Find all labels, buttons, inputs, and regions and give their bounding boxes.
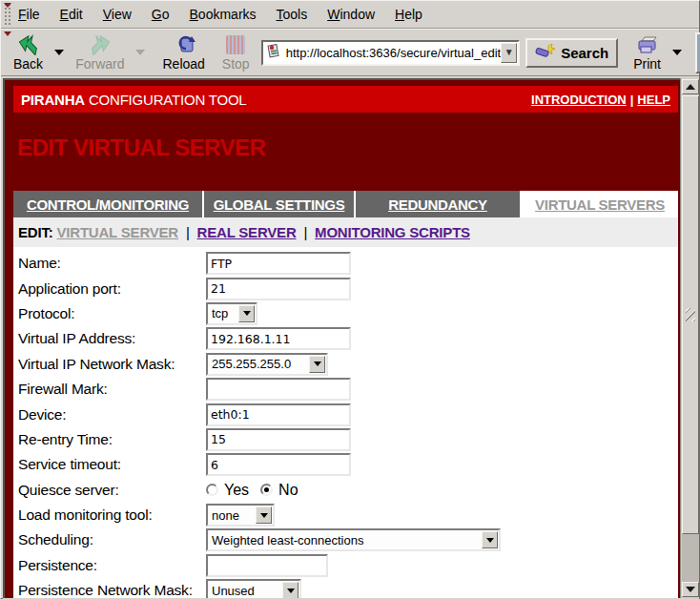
menu-file[interactable]: File: [16, 4, 42, 25]
re-entry-time-input[interactable]: [206, 428, 351, 451]
piranha-brand: PIRANHA CONFIGURATION TOOL: [21, 92, 247, 108]
navigation-toolbar: Back Forward Reload Stop http://localhos…: [1, 29, 699, 76]
print-dropdown-arrow[interactable]: [672, 50, 682, 55]
print-button[interactable]: Print: [628, 31, 667, 74]
menu-help[interactable]: Help: [393, 4, 424, 25]
field-protocol: Protocol: tcp: [13, 301, 678, 326]
virtual-ip-address-input[interactable]: [206, 327, 351, 350]
load-monitoring-tool-select-arrow-icon[interactable]: [256, 506, 272, 524]
field-service-timeout: Service timeout:: [13, 452, 678, 477]
subnav-real-server-link[interactable]: REAL SERVER: [197, 224, 297, 240]
application-port-input[interactable]: [206, 278, 351, 300]
page-viewport: PIRANHA CONFIGURATION TOOL INTRODUCTION|…: [3, 78, 680, 598]
forward-dropdown-arrow[interactable]: [135, 50, 145, 55]
back-icon: [17, 34, 40, 55]
load-monitoring-tool-select[interactable]: none: [206, 504, 275, 527]
back-dropdown-arrow[interactable]: [54, 50, 64, 55]
print-icon: [635, 34, 660, 55]
field-device: Device:: [13, 402, 678, 426]
menu-view[interactable]: View: [101, 4, 134, 25]
tab-bar: CONTROL/MONITORING GLOBAL SETTINGS REDUN…: [13, 191, 678, 217]
scrollbar-trough[interactable]: [682, 534, 699, 582]
edit-subnav: EDIT: VIRTUAL SERVER | REAL SERVER | MON…: [13, 217, 678, 247]
persistence-input[interactable]: [206, 554, 328, 577]
field-persistence-network-mask: Persistence Network Mask: Unused: [13, 578, 678, 598]
persistence-network-mask-select-arrow-icon[interactable]: [282, 582, 299, 598]
tab-global-settings[interactable]: GLOBAL SETTINGS: [204, 191, 354, 217]
mozilla-logo[interactable]: m: [695, 32, 700, 73]
protocol-select-arrow-icon[interactable]: [238, 305, 255, 322]
piranha-header: PIRANHA CONFIGURATION TOOL INTRODUCTION|…: [13, 86, 678, 113]
tab-redundancy[interactable]: REDUNDANCY: [356, 191, 520, 217]
scroll-up-arrow-icon: [686, 84, 695, 90]
stop-button[interactable]: Stop: [216, 31, 256, 74]
field-application-port: Application port:: [13, 276, 678, 300]
protocol-select[interactable]: tcp: [206, 302, 257, 325]
menu-bar: File Edit View Go Bookmarks Tools Window…: [1, 1, 699, 29]
tab-virtual-servers[interactable]: VIRTUAL SERVERS: [522, 191, 678, 217]
name-input[interactable]: [206, 252, 351, 275]
field-load-monitoring-tool: Load monitoring tool: none: [13, 503, 678, 527]
vertical-scrollbar[interactable]: [680, 78, 699, 598]
menu-edit[interactable]: Edit: [58, 4, 85, 25]
toolbar-grippy[interactable]: [4, 3, 12, 26]
scroll-down-arrow-icon: [686, 587, 695, 592]
url-text[interactable]: http://localhost:3636/secure/virtual_edi…: [286, 46, 501, 60]
subnav-monitoring-scripts-link[interactable]: MONITORING SCRIPTS: [315, 224, 470, 240]
virtual-server-form: Name: Application port: Protocol: tcp Vi…: [13, 247, 678, 598]
virtual-ip-network-mask-select[interactable]: 255.255.255.0: [206, 353, 328, 376]
scrollbar-thumb[interactable]: [682, 95, 699, 534]
field-persistence: Persistence:: [13, 553, 678, 578]
search-button[interactable]: Search: [525, 38, 618, 68]
help-link[interactable]: HELP: [637, 93, 670, 107]
scroll-up-button[interactable]: [682, 79, 699, 94]
persistence-network-mask-select[interactable]: Unused: [206, 579, 301, 598]
field-virtual-ip-address: Virtual IP Address:: [13, 326, 678, 351]
virtual-ip-network-mask-select-arrow-icon[interactable]: [309, 356, 325, 373]
field-re-entry-time: Re-entry Time:: [13, 427, 678, 452]
back-button[interactable]: Back: [8, 31, 49, 74]
field-virtual-ip-network-mask: Virtual IP Network Mask: 255.255.255.0: [13, 352, 678, 377]
scrollbar-grip-icon: [686, 308, 695, 321]
device-input[interactable]: [206, 403, 351, 426]
menu-tools[interactable]: Tools: [275, 4, 310, 25]
field-scheduling: Scheduling: Weighted least-connections: [13, 527, 678, 552]
page-title: EDIT VIRTUAL SERVER: [17, 134, 265, 161]
firewall-mark-input[interactable]: [206, 378, 351, 401]
field-firewall-mark: Firewall Mark:: [13, 377, 678, 402]
forward-icon: [89, 34, 112, 55]
scheduling-select-arrow-icon[interactable]: [482, 531, 498, 548]
menu-window[interactable]: Window: [325, 4, 377, 25]
quiesce-yes-radio[interactable]: [206, 484, 218, 496]
stop-icon: [226, 34, 245, 55]
field-name: Name:: [13, 251, 678, 276]
forward-button[interactable]: Forward: [70, 31, 130, 74]
subnav-virtual-server-link[interactable]: VIRTUAL SERVER: [56, 224, 178, 240]
tab-control-monitoring[interactable]: CONTROL/MONITORING: [13, 191, 202, 217]
reload-button[interactable]: Reload: [156, 31, 210, 74]
search-flashlight-icon: [535, 43, 556, 63]
field-quiesce-server: Quiesce server: Yes No: [13, 478, 678, 503]
menu-go[interactable]: Go: [150, 4, 172, 25]
introduction-link[interactable]: INTRODUCTION: [531, 93, 627, 107]
service-timeout-input[interactable]: [206, 453, 351, 476]
url-dropdown-button[interactable]: ▼: [501, 43, 517, 63]
scroll-down-button[interactable]: [682, 582, 699, 597]
menu-bookmarks[interactable]: Bookmarks: [188, 4, 258, 25]
bookmark-icon: [267, 43, 282, 62]
reload-icon: [173, 34, 196, 55]
url-bar[interactable]: http://localhost:3636/secure/virtual_edi…: [261, 40, 520, 66]
browser-window: File Edit View Go Bookmarks Tools Window…: [0, 0, 700, 599]
scheduling-select[interactable]: Weighted least-connections: [206, 528, 501, 551]
quiesce-no-radio[interactable]: [260, 484, 273, 496]
